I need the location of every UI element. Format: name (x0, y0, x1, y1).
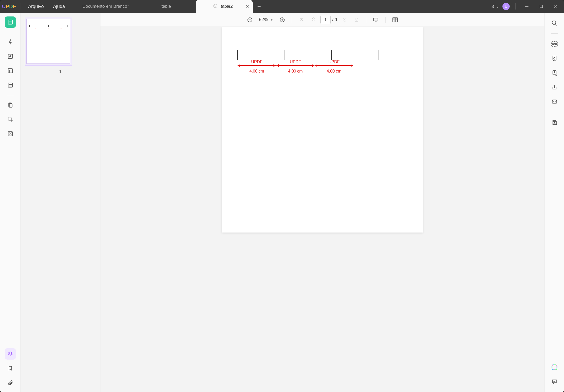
svg-rect-11 (8, 54, 12, 59)
svg-point-0 (214, 4, 217, 8)
page-input[interactable] (320, 16, 331, 24)
dimension-arrow-icon (315, 65, 353, 66)
presentation-button[interactable] (371, 15, 381, 25)
svg-rect-20 (8, 132, 12, 136)
separator (7, 32, 14, 32)
view-toolbar: 82% ▼ / 1 (100, 13, 544, 27)
svg-line-1 (214, 4, 217, 7)
svg-rect-6 (8, 20, 12, 24)
attachment-button[interactable] (5, 377, 16, 388)
svg-rect-41 (553, 70, 556, 75)
prev-page-button[interactable] (309, 15, 318, 25)
svg-rect-30 (393, 17, 395, 22)
svg-rect-28 (374, 18, 378, 21)
titlebar: UPDF Arquivo Ajuda Documento em Branco* … (0, 0, 564, 13)
close-icon[interactable]: ✕ (246, 4, 249, 9)
window-close-button[interactable] (550, 0, 561, 13)
menu-file[interactable]: Arquivo (23, 0, 48, 13)
no-preview-icon (213, 4, 218, 10)
organize-tool-button[interactable] (5, 65, 16, 76)
separator (7, 95, 14, 95)
watermark-text: UPDF (237, 60, 276, 64)
right-tool-rail: OCR (544, 13, 564, 392)
tab-table2[interactable]: table2 ✕ (196, 0, 253, 13)
tab-count-dropdown[interactable]: 3 ⌄ (491, 4, 499, 9)
layers-button[interactable] (5, 348, 16, 360)
dimension-value: 4.00 cm (315, 69, 353, 74)
page-layout-button[interactable] (390, 15, 400, 25)
chevron-down-icon: ⌄ (495, 4, 499, 9)
svg-rect-16 (9, 84, 11, 85)
share-button[interactable] (549, 82, 560, 92)
svg-point-36 (552, 21, 556, 24)
svg-rect-44 (552, 100, 557, 103)
ocr-button[interactable]: OCR (549, 39, 560, 49)
chevron-down-icon: ▼ (270, 18, 273, 22)
zoom-out-button[interactable] (245, 15, 255, 25)
svg-rect-18 (8, 103, 11, 107)
reader-mode-button[interactable] (5, 16, 16, 28)
tab-label: Documento em Branco* (82, 4, 129, 9)
dimension-value: 4.00 cm (276, 69, 315, 74)
zoom-dropdown[interactable]: 82% ▼ (257, 17, 275, 22)
svg-line-4 (554, 5, 557, 8)
thumbnail-page-number: 1 (25, 69, 96, 74)
user-avatar[interactable]: U (502, 3, 510, 10)
email-button[interactable] (549, 96, 560, 107)
svg-rect-31 (395, 17, 397, 22)
svg-point-23 (280, 17, 285, 22)
separator (551, 112, 558, 112)
separator (551, 33, 558, 34)
ai-assistant-button[interactable] (549, 362, 560, 372)
tab-table[interactable]: table (139, 0, 196, 13)
svg-rect-3 (540, 5, 543, 8)
measurement-3: UPDF 4.00 cm (315, 60, 353, 74)
window-maximize-button[interactable] (536, 0, 547, 13)
tab-label: table2 (221, 4, 233, 9)
comment-tool-button[interactable] (5, 36, 16, 48)
thumbnail-panel: ——— 1 (21, 13, 100, 392)
tab-strip: Documento em Branco* table table2 ✕ ＋ (75, 0, 486, 13)
watermark-text: UPDF (315, 60, 353, 64)
tab-documento-em-branco[interactable]: Documento em Branco* (75, 0, 139, 13)
form-tool-button[interactable] (5, 79, 16, 91)
menu-help[interactable]: Ajuda (48, 0, 70, 13)
compress-button[interactable] (549, 68, 560, 78)
canvas-area[interactable]: UPDF 4.00 cm UPDF 4.00 cm UPDF 4. (100, 27, 544, 392)
page-1[interactable]: UPDF 4.00 cm UPDF 4.00 cm UPDF 4. (222, 27, 423, 233)
comments-panel-button[interactable] (549, 377, 560, 387)
dimension-arrow-icon (237, 65, 276, 66)
redact-tool-button[interactable] (5, 128, 16, 139)
tab-label: table (161, 4, 171, 9)
next-page-button[interactable] (340, 15, 349, 25)
save-button[interactable] (549, 117, 560, 128)
page-indicator: / 1 (320, 16, 338, 24)
svg-rect-45 (553, 120, 555, 122)
page-tools-button[interactable] (5, 99, 16, 111)
convert-button[interactable] (549, 53, 560, 64)
svg-rect-15 (8, 83, 12, 87)
dimension-value: 4.00 cm (237, 69, 276, 74)
app-logo: UPDF (0, 4, 18, 10)
svg-rect-38 (552, 42, 557, 46)
measurement-1: UPDF 4.00 cm (237, 60, 276, 74)
search-button[interactable] (549, 18, 560, 28)
first-page-button[interactable] (297, 15, 306, 25)
separator (515, 3, 516, 10)
edit-tool-button[interactable] (5, 51, 16, 62)
zoom-in-button[interactable] (277, 15, 287, 25)
window-minimize-button[interactable] (521, 0, 533, 13)
tab-count-value: 3 (491, 4, 494, 9)
separator (366, 17, 366, 23)
measurement-2: UPDF 4.00 cm (276, 60, 315, 74)
page-separator: / (332, 17, 334, 22)
svg-rect-40 (553, 56, 556, 60)
new-tab-button[interactable]: ＋ (253, 0, 266, 13)
bookmark-button[interactable] (5, 363, 16, 374)
thumbnail-page-1[interactable]: ——— (25, 17, 72, 66)
crop-tool-button[interactable] (5, 114, 16, 125)
dimension-arrow-icon (276, 65, 315, 66)
last-page-button[interactable] (352, 15, 361, 25)
svg-rect-19 (9, 104, 12, 108)
separator (385, 17, 386, 23)
